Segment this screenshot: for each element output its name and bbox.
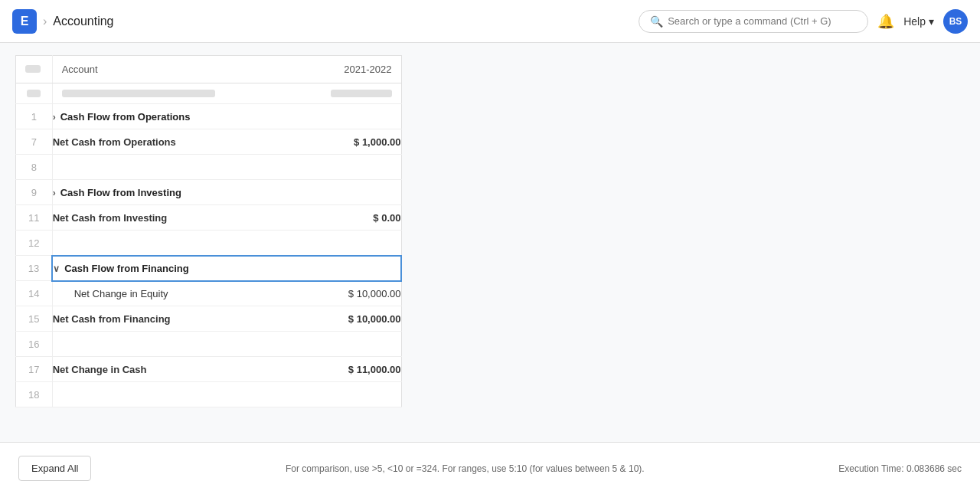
value-cell	[288, 155, 401, 180]
main-content: Account 2021-2022 1›Cash Flow from Opera…	[0, 43, 980, 494]
table-row: 11Net Cash from Investing$ 0.00	[16, 205, 402, 231]
search-bar[interactable]: 🔍	[639, 10, 868, 33]
account-cell	[52, 382, 287, 407]
row-number: 8	[16, 155, 53, 180]
table-row: 14Net Change in Equity$ 10,000.00	[16, 281, 402, 306]
row-number: 11	[16, 205, 53, 231]
table-row: 15Net Cash from Financing$ 10,000.00	[16, 306, 402, 332]
table-row: 7Net Cash from Operations$ 1,000.00	[16, 129, 402, 155]
row-number: 15	[16, 306, 53, 332]
row-number: 14	[16, 281, 53, 306]
period-col-header: 2021-2022	[288, 56, 401, 83]
skeleton-account	[52, 83, 287, 104]
row-number: 16	[16, 332, 53, 357]
account-cell[interactable]: ›Cash Flow from Operations	[52, 104, 287, 129]
search-icon: 🔍	[650, 15, 663, 28]
app-icon[interactable]: E	[12, 9, 37, 34]
expand-all-button[interactable]: Expand All	[18, 456, 91, 481]
row-number: 18	[16, 382, 53, 407]
account-cell: Net Cash from Investing	[52, 205, 287, 231]
account-cell	[52, 332, 287, 357]
chevron-icon: ∨	[53, 263, 60, 274]
table-row: 16	[16, 332, 402, 357]
value-cell: $ 10,000.00	[288, 281, 401, 306]
footer-hint: For comparison, use >5, <10 or =324. For…	[286, 463, 645, 474]
search-input[interactable]	[668, 15, 857, 27]
section-label: ›Cash Flow from Investing	[53, 187, 181, 198]
row-number: 7	[16, 129, 53, 155]
page-title: Accounting	[53, 15, 113, 28]
chevron-icon: ›	[53, 188, 56, 198]
account-cell[interactable]: ›Cash Flow from Investing	[52, 180, 287, 205]
skeleton-row-num	[16, 83, 53, 104]
table-row: 9›Cash Flow from Investing	[16, 180, 402, 205]
chevron-down-icon: ▾	[929, 15, 934, 28]
notification-bell-icon[interactable]: 🔔	[877, 13, 894, 30]
section-label: ∨Cash Flow from Financing	[53, 263, 189, 274]
table-row: 12	[16, 231, 402, 256]
bottom-bar: Expand All For comparison, use >5, <10 o…	[0, 442, 980, 494]
account-cell[interactable]: ∨Cash Flow from Financing	[52, 256, 287, 281]
topnav: E › Accounting 🔍 🔔 Help ▾ BS	[0, 0, 980, 43]
value-cell	[288, 256, 401, 281]
row-num-header	[16, 56, 53, 83]
row-number: 9	[16, 180, 53, 205]
value-cell: $ 0.00	[288, 205, 401, 231]
table-row: 18	[16, 382, 402, 407]
nav-right: 🔍 🔔 Help ▾ BS	[639, 9, 968, 34]
row-number: 13	[16, 256, 53, 281]
value-cell	[288, 332, 401, 357]
nav-left: E › Accounting	[12, 9, 114, 34]
table-row: 1›Cash Flow from Operations	[16, 104, 402, 129]
avatar[interactable]: BS	[943, 9, 968, 34]
value-cell: $ 10,000.00	[288, 306, 401, 332]
account-cell	[52, 231, 287, 256]
row-number: 1	[16, 104, 53, 129]
account-col-header: Account	[52, 56, 287, 83]
chevron-icon: ›	[53, 112, 56, 123]
table-row: 8	[16, 155, 402, 180]
section-label: ›Cash Flow from Operations	[53, 111, 191, 123]
value-cell	[288, 104, 401, 129]
value-cell	[288, 382, 401, 407]
value-cell	[288, 180, 401, 205]
table-row: 13∨Cash Flow from Financing	[16, 256, 402, 281]
account-cell: Net Cash from Financing	[52, 306, 287, 332]
value-cell	[288, 231, 401, 256]
value-cell: $ 1,000.00	[288, 129, 401, 155]
value-cell: $ 11,000.00	[288, 357, 401, 382]
row-number: 12	[16, 231, 53, 256]
row-number: 17	[16, 357, 53, 382]
account-cell: Net Change in Cash	[52, 357, 287, 382]
skeleton-value	[288, 83, 401, 104]
account-cell: Net Change in Equity	[52, 281, 287, 306]
account-cell: Net Cash from Operations	[52, 129, 287, 155]
help-button[interactable]: Help ▾	[903, 15, 934, 28]
report-table: Account 2021-2022 1›Cash Flow from Opera…	[15, 55, 402, 407]
table-row: 17Net Change in Cash$ 11,000.00	[16, 357, 402, 382]
account-cell	[52, 155, 287, 180]
execution-time: Execution Time: 0.083686 sec	[838, 463, 962, 474]
breadcrumb-separator: ›	[43, 15, 47, 28]
